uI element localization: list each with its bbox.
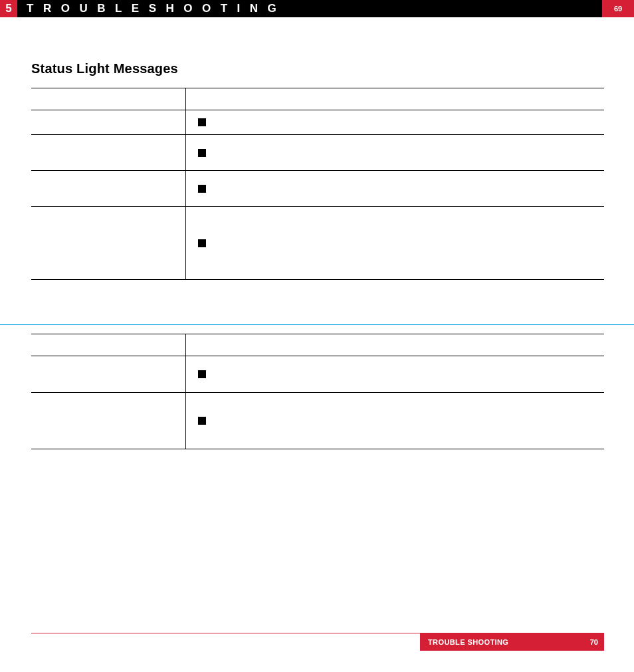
table-cell-right bbox=[185, 110, 604, 135]
section-title: Status Light Messages bbox=[31, 61, 178, 76]
table-cell-right bbox=[185, 207, 604, 280]
bullet-square-icon bbox=[198, 239, 206, 247]
status-light-table-1 bbox=[31, 88, 604, 280]
table-row bbox=[31, 135, 604, 171]
table-cell-left bbox=[31, 171, 185, 207]
table-cell-right bbox=[185, 171, 604, 207]
table-header bbox=[31, 334, 604, 356]
status-light-table-2 bbox=[31, 334, 604, 449]
bullet-square-icon bbox=[198, 118, 206, 126]
chapter-number: 5 bbox=[0, 0, 17, 17]
table-row bbox=[31, 393, 604, 449]
table-header bbox=[31, 88, 604, 110]
table-row bbox=[31, 110, 604, 135]
table-header-cell-right bbox=[185, 334, 604, 356]
table-header-cell-right bbox=[185, 88, 604, 110]
table-cell-left bbox=[31, 135, 185, 171]
table-row bbox=[31, 356, 604, 393]
manual-page-spread: 5 TROUBLESHOOTING 69 Status Light Messag… bbox=[0, 0, 634, 672]
table-cell-left bbox=[31, 207, 185, 280]
table-cell-left bbox=[31, 393, 185, 449]
table-row bbox=[31, 207, 604, 280]
table-cell-right bbox=[185, 356, 604, 393]
table-cell-right bbox=[185, 393, 604, 449]
page-number-top: 69 bbox=[602, 0, 634, 17]
table-cell-right bbox=[185, 135, 604, 171]
page-break-rule bbox=[0, 324, 634, 325]
chapter-title: TROUBLESHOOTING bbox=[27, 0, 286, 17]
footer-chapter-label: TROUBLE SHOOTING bbox=[428, 633, 508, 651]
bullet-square-icon bbox=[198, 149, 206, 157]
table-cell-left bbox=[31, 110, 185, 135]
page-number-bottom: 70 bbox=[590, 633, 598, 651]
table-header-cell-left bbox=[31, 334, 185, 356]
table-cell-left bbox=[31, 356, 185, 393]
bullet-square-icon bbox=[198, 185, 206, 193]
table-header-cell-left bbox=[31, 88, 185, 110]
bullet-square-icon bbox=[198, 417, 206, 425]
bullet-square-icon bbox=[198, 370, 206, 378]
table-row bbox=[31, 171, 604, 207]
